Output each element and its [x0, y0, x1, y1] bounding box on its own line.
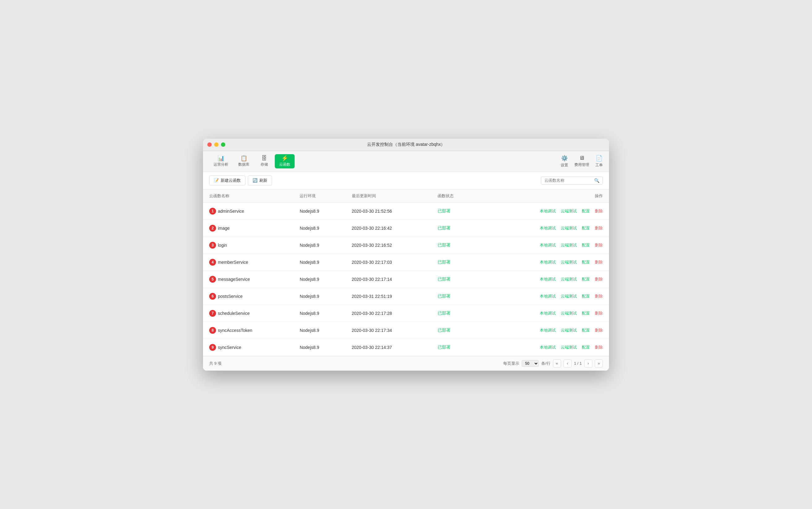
func-name: scheduleService	[218, 311, 250, 316]
func-name-cell: 6postsService	[203, 287, 293, 305]
delete-button[interactable]: 删除	[595, 260, 603, 265]
new-function-button[interactable]: 📝 新建云函数	[209, 175, 246, 185]
func-name: syncService	[218, 345, 241, 350]
table-row: 5messageServiceNodejs8.92020-03-30 22:17…	[203, 271, 609, 287]
func-ops: 本地调试云端测试配置删除	[478, 202, 609, 219]
refresh-button[interactable]: 🔄 刷新	[248, 175, 272, 185]
main-window: 云开发控制台（当前环境 avatar-zbqhx） 📊运营分析📋数据库🗄存储⚡云…	[203, 139, 609, 371]
config-button[interactable]: 配置	[582, 226, 590, 231]
func-ops: 本地调试云端测试配置删除	[478, 287, 609, 305]
delete-button[interactable]: 删除	[595, 242, 603, 248]
table-row: 1adminServiceNodejs8.92020-03-30 21:52:5…	[203, 202, 609, 219]
cloud-test-button[interactable]: 云端测试	[561, 260, 577, 265]
local-debug-button[interactable]: 本地调试	[540, 345, 556, 350]
func-name-cell: 2image	[203, 219, 293, 237]
nav-item-functions[interactable]: ⚡云函数	[275, 154, 295, 168]
func-ops: 本地调试云端测试配置删除	[478, 219, 609, 237]
new-function-icon: 📝	[214, 178, 219, 183]
local-debug-button[interactable]: 本地调试	[540, 260, 556, 265]
nav-item-database[interactable]: 📋数据库	[234, 154, 254, 168]
local-debug-button[interactable]: 本地调试	[540, 294, 556, 299]
delete-button[interactable]: 删除	[595, 328, 603, 333]
func-status: 已部署	[431, 305, 478, 322]
cloud-test-button[interactable]: 云端测试	[561, 345, 577, 350]
col-ops: 操作	[478, 190, 609, 203]
settings-icon: ⚙️	[561, 155, 568, 162]
config-button[interactable]: 配置	[582, 242, 590, 248]
func-updated: 2020-03-30 22:17:34	[346, 322, 431, 339]
delete-button[interactable]: 删除	[595, 294, 603, 299]
delete-button[interactable]: 删除	[595, 226, 603, 231]
func-ops: 本地调试云端测试配置删除	[478, 253, 609, 271]
func-status: 已部署	[431, 322, 478, 339]
minimize-button[interactable]	[214, 142, 218, 147]
prev-page-button[interactable]: ‹	[563, 360, 571, 368]
config-button[interactable]: 配置	[582, 208, 590, 214]
cloud-test-button[interactable]: 云端测试	[561, 276, 577, 282]
func-index-badge: 8	[209, 327, 216, 334]
func-ops: 本地调试云端测试配置删除	[478, 305, 609, 322]
delete-button[interactable]: 删除	[595, 208, 603, 214]
config-button[interactable]: 配置	[582, 260, 590, 265]
func-index-badge: 7	[209, 310, 216, 317]
func-runtime: Nodejs8.9	[293, 202, 345, 219]
delete-button[interactable]: 删除	[595, 310, 603, 316]
cloud-test-button[interactable]: 云端测试	[561, 242, 577, 248]
local-debug-button[interactable]: 本地调试	[540, 242, 556, 248]
func-index-badge: 1	[209, 208, 216, 214]
nav-item-storage[interactable]: 🗄存储	[255, 154, 273, 168]
maximize-button[interactable]	[221, 142, 225, 147]
local-debug-button[interactable]: 本地调试	[540, 328, 556, 333]
close-button[interactable]	[207, 142, 212, 147]
total-count: 共 9 项	[209, 361, 222, 366]
local-debug-button[interactable]: 本地调试	[540, 276, 556, 282]
search-input[interactable]	[544, 178, 592, 183]
func-ops: 本地调试云端测试配置删除	[478, 237, 609, 253]
per-page-select[interactable]: 50 20 100	[522, 360, 539, 367]
delete-button[interactable]: 删除	[595, 276, 603, 282]
cloud-test-button[interactable]: 云端测试	[561, 294, 577, 299]
local-debug-button[interactable]: 本地调试	[540, 208, 556, 214]
func-name: memberService	[218, 260, 248, 265]
table-row: 8syncAccessTokenNodejs8.92020-03-30 22:1…	[203, 322, 609, 339]
func-status: 已部署	[431, 253, 478, 271]
last-page-button[interactable]: »	[595, 360, 603, 368]
func-status: 已部署	[431, 271, 478, 287]
local-debug-button[interactable]: 本地调试	[540, 226, 556, 231]
local-debug-button[interactable]: 本地调试	[540, 310, 556, 316]
config-button[interactable]: 配置	[582, 345, 590, 350]
page-info: 1 / 1	[574, 361, 582, 366]
delete-button[interactable]: 删除	[595, 345, 603, 350]
func-name: postsService	[218, 294, 243, 299]
config-button[interactable]: 配置	[582, 294, 590, 299]
next-page-button[interactable]: ›	[584, 360, 592, 368]
workbench-label: 工单	[595, 163, 603, 168]
config-button[interactable]: 配置	[582, 276, 590, 282]
func-name-cell: 3login	[203, 237, 293, 253]
func-updated: 2020-03-31 22:51:19	[346, 287, 431, 305]
func-name: adminService	[218, 209, 244, 214]
func-name: messageService	[218, 277, 250, 282]
func-runtime: Nodejs8.9	[293, 287, 345, 305]
cloud-test-button[interactable]: 云端测试	[561, 226, 577, 231]
func-index-badge: 9	[209, 344, 216, 351]
toolbar-settings[interactable]: ⚙️设置	[561, 155, 568, 168]
func-updated: 2020-03-30 21:52:56	[346, 202, 431, 219]
first-page-button[interactable]: «	[553, 360, 561, 368]
config-button[interactable]: 配置	[582, 310, 590, 316]
table-row: 3loginNodejs8.92020-03-30 22:16:52已部署本地调…	[203, 237, 609, 253]
func-status: 已部署	[431, 219, 478, 237]
cloud-test-button[interactable]: 云端测试	[561, 310, 577, 316]
config-button[interactable]: 配置	[582, 328, 590, 333]
func-updated: 2020-03-30 22:16:42	[346, 219, 431, 237]
cloud-test-button[interactable]: 云端测试	[561, 328, 577, 333]
toolbar-billing[interactable]: 🖥费用管理	[574, 155, 589, 168]
nav-item-analytics[interactable]: 📊运营分析	[209, 154, 233, 168]
func-status: 已部署	[431, 287, 478, 305]
table-container: 云函数名称 运行环境 最后更新时间 函数状态 操作 1adminServiceN…	[203, 190, 609, 356]
table-row: 7scheduleServiceNodejs8.92020-03-30 22:1…	[203, 305, 609, 322]
footer-bar: 共 9 项 每页显示 50 20 100 条/行 « ‹ 1 / 1 › »	[203, 356, 609, 371]
cloud-test-button[interactable]: 云端测试	[561, 208, 577, 214]
toolbar-workbench[interactable]: 📄工单	[595, 155, 603, 168]
func-updated: 2020-03-30 22:17:28	[346, 305, 431, 322]
